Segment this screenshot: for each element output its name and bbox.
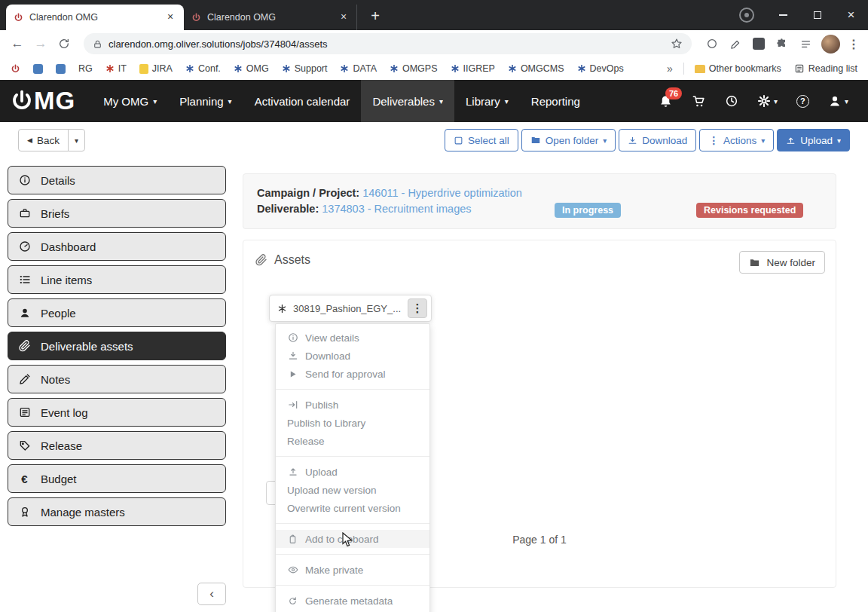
nav-planning[interactable]: Planning ▾ <box>168 80 243 122</box>
app-favicon <box>56 64 66 74</box>
bookmark-support[interactable]: Support <box>282 63 328 74</box>
sidebar-item-release[interactable]: Release <box>8 431 226 460</box>
sidebar-item-dashboard[interactable]: Dashboard <box>8 232 226 261</box>
menu-item-upload-new-version[interactable]: Upload new version <box>276 481 429 499</box>
menu-item-send-for-approval[interactable]: Send for approval <box>276 365 429 383</box>
sidebar-item-briefs[interactable]: Briefs <box>8 199 226 228</box>
menu-item-label: View details <box>305 332 359 344</box>
nav-reporting[interactable]: Reporting <box>520 80 591 122</box>
extension-circle-icon[interactable] <box>703 35 721 53</box>
url-text: clarendon.omg.oliver.solutions/jobs/3748… <box>108 38 328 50</box>
reading-list-button[interactable]: Reading list <box>794 63 857 74</box>
browser-back-icon[interactable]: ← <box>8 34 27 54</box>
sidebar-item-label: Briefs <box>41 207 69 220</box>
bookmark-iigrep[interactable]: IIGREP <box>451 63 495 74</box>
actions-button[interactable]: ⋮ Actions ▾ <box>699 129 774 151</box>
sidebar-item-notes[interactable]: Notes <box>8 365 226 393</box>
sidebar-collapse-button[interactable]: ‹ <box>197 583 226 605</box>
cart-button[interactable] <box>692 94 706 109</box>
open-folder-button[interactable]: Open folder ▾ <box>521 129 616 151</box>
extension-pen-icon[interactable] <box>726 35 744 53</box>
sidebar-item-event-log[interactable]: Event log <box>8 398 226 427</box>
bookmark-star-icon[interactable] <box>671 38 683 50</box>
reload-icon[interactable] <box>54 34 74 54</box>
play-icon <box>287 369 298 379</box>
bookmark-omgps[interactable]: OMGPS <box>390 63 438 74</box>
menu-item-publish[interactable]: Publish <box>276 396 429 414</box>
new-tab-button[interactable]: + <box>365 6 386 27</box>
sidebar-item-budget[interactable]: € Budget <box>8 464 226 493</box>
sidebar-item-people[interactable]: People <box>8 298 226 327</box>
menu-item-upload[interactable]: Upload <box>276 463 429 481</box>
other-bookmarks-button[interactable]: Other bookmarks <box>695 63 781 74</box>
asset-card[interactable]: 30819_Pashion_EGY_... ⋮ <box>269 295 432 322</box>
nav-library[interactable]: Library ▾ <box>454 80 520 122</box>
browser-tab-2[interactable]: Clarendon OMG × <box>184 5 357 30</box>
sidebar-item-manage-masters[interactable]: Manage masters <box>8 497 226 526</box>
notifications-button[interactable]: 76 <box>659 94 673 109</box>
tab-close-icon[interactable]: × <box>164 11 176 23</box>
campaign-link[interactable]: 146011 - Hyperdrive optimization <box>362 187 522 199</box>
caret-down-icon: ▾ <box>845 97 848 106</box>
bookmark-app-1[interactable] <box>33 64 43 74</box>
bookmark-power[interactable] <box>11 64 20 74</box>
upload-button[interactable]: Upload ▾ <box>777 129 850 151</box>
history-button[interactable] <box>725 94 738 108</box>
menu-item-label: Download <box>305 350 350 362</box>
menu-item-download[interactable]: Download <box>276 347 429 365</box>
extensions-puzzle-icon[interactable] <box>773 35 791 53</box>
sidebar-item-line-items[interactable]: Line items <box>8 265 226 294</box>
new-folder-button[interactable]: New folder <box>739 251 825 274</box>
menu-item-release[interactable]: Release <box>276 432 429 450</box>
sidebar-item-details[interactable]: Details <box>8 166 226 194</box>
help-button[interactable]: ? <box>796 95 809 108</box>
browser-tab-1[interactable]: Clarendon OMG × <box>6 5 184 30</box>
bookmarks-overflow-icon[interactable]: » <box>667 63 673 75</box>
question-icon: ? <box>796 95 809 108</box>
nav-activation-calendar[interactable]: Activation calendar <box>243 80 362 122</box>
menu-item-generate-metadata[interactable]: Generate metadata <box>276 592 429 610</box>
bookmark-conf[interactable]: Conf. <box>185 63 221 74</box>
window-close-button[interactable]: × <box>834 0 868 30</box>
bookmark-label: Reading list <box>808 63 857 74</box>
user-menu-button[interactable]: ▾ <box>828 94 848 108</box>
select-all-button[interactable]: Select all <box>445 129 518 151</box>
bookmark-devops[interactable]: DevOps <box>577 63 624 74</box>
deliverable-link[interactable]: 1374803 - Recruitment images <box>322 203 471 215</box>
tab-search-icon[interactable] <box>739 8 754 23</box>
browser-forward-icon[interactable]: → <box>31 34 50 54</box>
bookmark-app-2[interactable] <box>56 64 66 74</box>
tab-close-icon[interactable]: × <box>338 11 350 23</box>
omg-logo[interactable]: MG <box>11 87 75 115</box>
bookmark-it[interactable]: IT <box>105 63 127 74</box>
bookmark-jira[interactable]: JIRA <box>139 63 173 74</box>
bookmark-data[interactable]: DATA <box>340 63 376 74</box>
power-icon <box>11 90 33 112</box>
menu-item-view-details[interactable]: View details <box>276 329 429 347</box>
extension-list-icon[interactable] <box>796 35 815 53</box>
back-dropdown-button[interactable]: ▾ <box>68 129 85 151</box>
bookmark-omg[interactable]: OMG <box>234 63 269 74</box>
menu-item-make-private[interactable]: Make private <box>276 561 429 579</box>
caret-down-icon: ▾ <box>228 97 232 106</box>
nav-my-omg[interactable]: My OMG ▾ <box>92 80 168 122</box>
asset-menu-button[interactable]: ⋮ <box>408 298 427 318</box>
settings-button[interactable]: ▾ <box>757 94 778 108</box>
download-button[interactable]: Download <box>619 129 696 151</box>
bookmark-rg[interactable]: RG <box>78 63 93 74</box>
menu-item-publish-to-library[interactable]: Publish to Library <box>276 414 429 432</box>
extension-box-icon[interactable] <box>750 35 768 53</box>
browser-menu-icon[interactable]: ⋮ <box>847 37 860 51</box>
caret-down-icon: ▾ <box>837 136 841 145</box>
window-maximize-button[interactable] <box>800 0 834 30</box>
menu-item-label: Upload <box>305 467 338 478</box>
window-minimize-button[interactable] <box>766 0 800 30</box>
menu-item-overwrite-current-version[interactable]: Overwrite current version <box>276 499 429 517</box>
sidebar-item-deliverable-assets[interactable]: Deliverable assets <box>8 332 226 360</box>
nav-deliverables[interactable]: Deliverables ▾ <box>361 80 454 122</box>
profile-avatar[interactable] <box>821 35 840 54</box>
back-button[interactable]: ◀ Back <box>18 129 69 151</box>
address-bar[interactable]: clarendon.omg.oliver.solutions/jobs/3748… <box>84 33 692 54</box>
bookmark-omgcms[interactable]: OMGCMS <box>508 63 564 74</box>
gear-icon <box>757 94 771 108</box>
